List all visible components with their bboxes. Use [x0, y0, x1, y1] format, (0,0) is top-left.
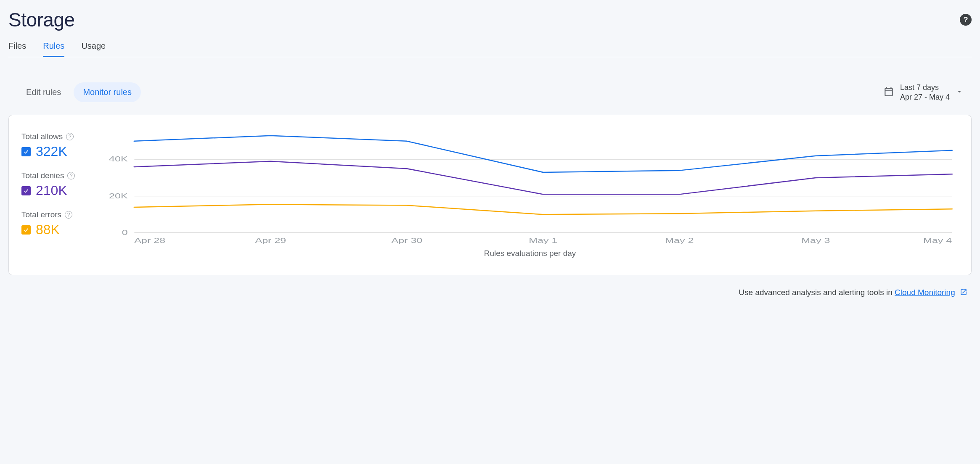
- calendar-icon: [883, 86, 894, 99]
- date-range-value: Apr 27 - May 4: [900, 92, 950, 102]
- metric-toggle-checkbox[interactable]: [21, 186, 31, 195]
- chart-card: Total allows?322KTotal denies?210KTotal …: [8, 115, 972, 275]
- subtab-monitor-rules[interactable]: Monitor rules: [74, 82, 141, 102]
- line-chart: 020K40KApr 28Apr 29Apr 30May 1May 2May 3…: [101, 128, 959, 245]
- metric-label: Total denies: [21, 171, 64, 180]
- main-tabs: Files Rules Usage: [8, 41, 972, 57]
- tab-usage[interactable]: Usage: [81, 41, 106, 57]
- cloud-monitoring-link[interactable]: Cloud Monitoring: [895, 288, 955, 297]
- help-icon[interactable]: ?: [67, 172, 75, 179]
- svg-text:40K: 40K: [109, 156, 128, 163]
- metric-total-errors: Total errors?88K: [21, 210, 93, 237]
- metric-total-denies: Total denies?210K: [21, 171, 93, 198]
- help-icon[interactable]: ?: [960, 14, 972, 26]
- footer-note: Use advanced analysis and alerting tools…: [8, 288, 972, 298]
- svg-text:May 3: May 3: [801, 237, 830, 244]
- chart-legend: Total allows?322KTotal denies?210KTotal …: [21, 128, 93, 262]
- external-link-icon: [960, 288, 967, 298]
- page-title: Storage: [8, 8, 75, 31]
- metric-value: 322K: [36, 144, 67, 159]
- svg-text:Apr 29: Apr 29: [255, 237, 286, 244]
- svg-text:20K: 20K: [109, 192, 128, 199]
- chart-xlabel: Rules evaluations per day: [101, 249, 959, 258]
- tab-files[interactable]: Files: [8, 41, 26, 57]
- rules-subtabs: Edit rules Monitor rules: [17, 82, 141, 102]
- subtab-edit-rules[interactable]: Edit rules: [17, 82, 70, 102]
- metric-toggle-checkbox[interactable]: [21, 225, 31, 235]
- footer-prefix: Use advanced analysis and alerting tools…: [739, 288, 895, 297]
- date-range-picker[interactable]: Last 7 days Apr 27 - May 4: [883, 83, 963, 102]
- metric-label: Total errors: [21, 210, 61, 219]
- svg-text:Apr 30: Apr 30: [391, 237, 422, 244]
- svg-text:0: 0: [122, 229, 128, 236]
- svg-text:May 4: May 4: [923, 237, 952, 244]
- chevron-down-icon: [956, 88, 963, 97]
- metric-toggle-checkbox[interactable]: [21, 147, 31, 156]
- metric-total-allows: Total allows?322K: [21, 132, 93, 159]
- help-icon[interactable]: ?: [65, 211, 72, 219]
- svg-text:May 1: May 1: [529, 237, 557, 244]
- metric-label: Total allows: [21, 132, 63, 141]
- date-range-label: Last 7 days: [900, 83, 950, 92]
- metric-value: 88K: [36, 222, 60, 237]
- tab-rules[interactable]: Rules: [43, 41, 64, 57]
- svg-text:Apr 28: Apr 28: [134, 237, 165, 244]
- help-icon[interactable]: ?: [66, 133, 74, 140]
- metric-value: 210K: [36, 183, 67, 198]
- svg-text:May 2: May 2: [665, 237, 694, 244]
